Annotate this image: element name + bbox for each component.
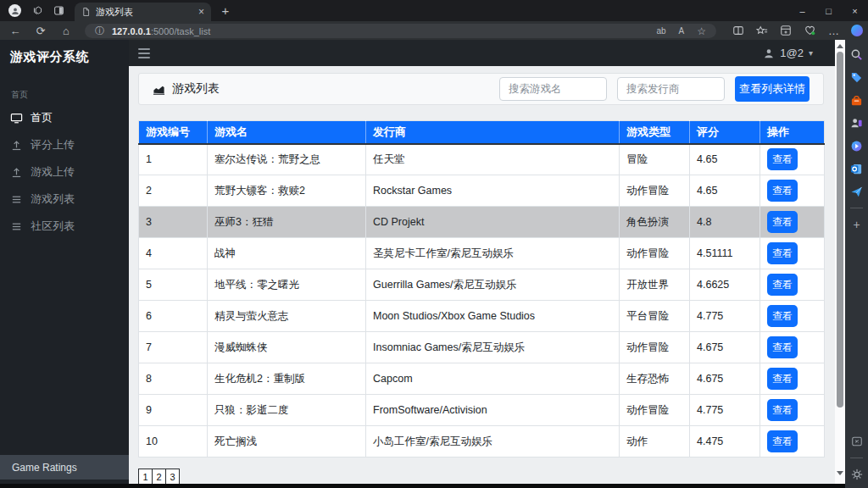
outlook-icon[interactable] xyxy=(850,162,864,175)
profile-avatar-icon[interactable] xyxy=(8,4,21,17)
view-button[interactable]: 查看 xyxy=(767,180,798,202)
cell-publisher: Guerrilla Games/索尼互动娱乐 xyxy=(366,269,620,301)
table-row[interactable]: 9只狼：影逝二度FromSoftware/Activision动作冒险4.775… xyxy=(139,395,825,426)
more-menu-icon[interactable]: … xyxy=(828,25,839,37)
user-menu[interactable]: 1@2 ▾ xyxy=(763,47,813,59)
game-table-body: 1塞尔达传说：荒野之息任天堂冒险4.65查看2荒野大镖客：救赎2Rockstar… xyxy=(139,144,825,458)
scroll-up-icon[interactable] xyxy=(837,44,843,48)
rail-divider xyxy=(850,208,863,208)
read-aloud-icon[interactable]: A xyxy=(679,26,685,36)
cell-id: 2 xyxy=(139,175,208,207)
view-button[interactable]: 查看 xyxy=(767,274,798,296)
collections-icon[interactable] xyxy=(780,25,792,36)
scrollbar-thumb[interactable] xyxy=(837,52,843,408)
back-icon[interactable]: ← xyxy=(7,21,24,40)
split-screen-icon[interactable] xyxy=(732,25,744,36)
sidebar-item-game-upload[interactable]: 游戏上传 xyxy=(0,158,129,186)
view-button[interactable]: 查看 xyxy=(767,430,798,452)
favorite-star-icon[interactable]: ☆ xyxy=(697,25,706,37)
view-button[interactable]: 查看 xyxy=(767,211,798,233)
tab-actions-icon[interactable] xyxy=(53,4,65,17)
hamburger-menu-icon[interactable] xyxy=(138,48,150,58)
sidebar-item-community-list[interactable]: 社区列表 xyxy=(0,213,129,240)
tab-close-button[interactable]: × xyxy=(198,7,204,17)
cell-publisher: 任天堂 xyxy=(366,144,620,175)
sidebar-item-home[interactable]: 首页 xyxy=(0,104,129,131)
search-publisher-input[interactable] xyxy=(617,77,725,101)
people-icon[interactable] xyxy=(850,116,864,130)
chart-icon xyxy=(153,83,165,96)
cell-rating: 4.775 xyxy=(690,395,760,426)
shopping-tag-icon[interactable] xyxy=(850,70,864,84)
new-tab-button[interactable]: + xyxy=(217,2,234,19)
home-icon[interactable]: ⌂ xyxy=(58,21,75,40)
add-sidebar-app-icon[interactable]: + xyxy=(850,218,864,231)
refresh-icon[interactable]: ⟳ xyxy=(32,21,49,40)
cell-rating: 4.65 xyxy=(690,175,760,207)
web-page: 游戏评分系统 首页 首页 评分上传 游戏上传 游戏列表 社区列表 Game Ra… xyxy=(0,40,835,484)
table-row[interactable]: 5地平线：零之曙光Guerrilla Games/索尼互动娱乐开放世界4.662… xyxy=(139,269,825,301)
sidebar-item-rating-upload[interactable]: 评分上传 xyxy=(0,131,129,158)
minimize-button[interactable]: – xyxy=(789,0,815,21)
hidden-apps-icon[interactable] xyxy=(850,435,864,448)
table-row[interactable]: 1塞尔达传说：荒野之息任天堂冒险4.65查看 xyxy=(139,144,825,175)
close-button[interactable]: × xyxy=(842,0,868,21)
table-row[interactable]: 7漫威蜘蛛侠Insomniac Games/索尼互动娱乐动作冒险4.675查看 xyxy=(139,332,825,363)
copilot-icon[interactable] xyxy=(851,25,863,36)
chevron-down-icon: ▾ xyxy=(809,48,813,58)
pagination-button[interactable]: 1 xyxy=(138,469,153,485)
translate-icon[interactable]: ab xyxy=(656,26,665,36)
table-row[interactable]: 8生化危机2：重制版Capcom生存恐怖4.675查看 xyxy=(139,363,825,395)
browser-titlebar: 游戏列表 × + – □ × xyxy=(0,0,868,21)
upload-icon xyxy=(10,166,23,179)
cell-action: 查看 xyxy=(760,144,825,175)
panel-title: 游戏列表 xyxy=(153,81,220,97)
app-title: 游戏评分系统 xyxy=(0,40,129,70)
cell-id: 1 xyxy=(139,144,208,175)
address-bar[interactable]: ⓘ 127.0.0.1 :5000/task_list ab A ☆ xyxy=(85,24,716,38)
pagination: 123 xyxy=(138,469,179,485)
page-icon xyxy=(81,7,91,17)
page-scrollbar[interactable] xyxy=(835,40,845,484)
table-row[interactable]: 6精灵与萤火意志Moon Studios/Xbox Game Studios平台… xyxy=(139,301,825,332)
favorites-icon[interactable] xyxy=(756,25,768,36)
shopping-basket-icon[interactable] xyxy=(850,93,864,107)
site-info-icon[interactable]: ⓘ xyxy=(95,25,104,37)
view-button[interactable]: 查看 xyxy=(767,305,798,327)
games-icon[interactable] xyxy=(850,139,864,152)
panel-title-text: 游戏列表 xyxy=(172,81,220,97)
sidebar-item-game-list[interactable]: 游戏列表 xyxy=(0,186,129,213)
settings-gear-icon[interactable] xyxy=(850,468,864,481)
pagination-button[interactable]: 3 xyxy=(165,469,180,485)
browser-tab[interactable]: 游戏列表 × xyxy=(75,3,211,21)
table-header-row: 游戏编号 游戏名 发行商 游戏类型 评分 操作 xyxy=(139,121,825,144)
table-row[interactable]: 2荒野大镖客：救赎2Rockstar Games动作冒险4.65查看 xyxy=(139,175,825,207)
tab-title: 游戏列表 xyxy=(96,6,198,19)
table-row[interactable]: 3巫师3：狂猎CD Projekt角色扮演4.8查看 xyxy=(139,207,825,238)
workspaces-icon[interactable] xyxy=(31,4,44,17)
view-button[interactable]: 查看 xyxy=(767,148,798,170)
view-list-details-button[interactable]: 查看列表详情 xyxy=(735,76,810,102)
search-game-input[interactable] xyxy=(499,77,607,101)
cell-rating: 4.675 xyxy=(690,363,760,395)
view-button[interactable]: 查看 xyxy=(767,399,798,421)
upload-icon xyxy=(10,139,23,152)
maximize-button[interactable]: □ xyxy=(815,0,842,21)
send-icon[interactable] xyxy=(850,185,864,198)
search-icon[interactable] xyxy=(850,47,864,61)
view-button[interactable]: 查看 xyxy=(767,336,798,358)
browser-essentials-icon[interactable] xyxy=(804,25,816,36)
cell-publisher: Capcom xyxy=(366,363,620,395)
cell-rating: 4.475 xyxy=(690,426,760,458)
column-header-publisher: 发行商 xyxy=(366,121,620,144)
cell-name: 塞尔达传说：荒野之息 xyxy=(208,144,366,175)
scroll-down-icon[interactable] xyxy=(837,471,843,475)
view-button[interactable]: 查看 xyxy=(767,242,798,264)
table-row[interactable]: 4战神圣莫尼卡工作室/索尼互动娱乐动作冒险4.51111查看 xyxy=(139,238,825,269)
column-header-action: 操作 xyxy=(760,121,825,144)
table-row[interactable]: 10死亡搁浅小岛工作室/索尼互动娱乐动作4.475查看 xyxy=(139,426,825,458)
cell-id: 9 xyxy=(139,395,208,426)
view-button[interactable]: 查看 xyxy=(767,368,798,390)
cell-id: 4 xyxy=(139,238,208,269)
pagination-button[interactable]: 2 xyxy=(152,469,166,485)
